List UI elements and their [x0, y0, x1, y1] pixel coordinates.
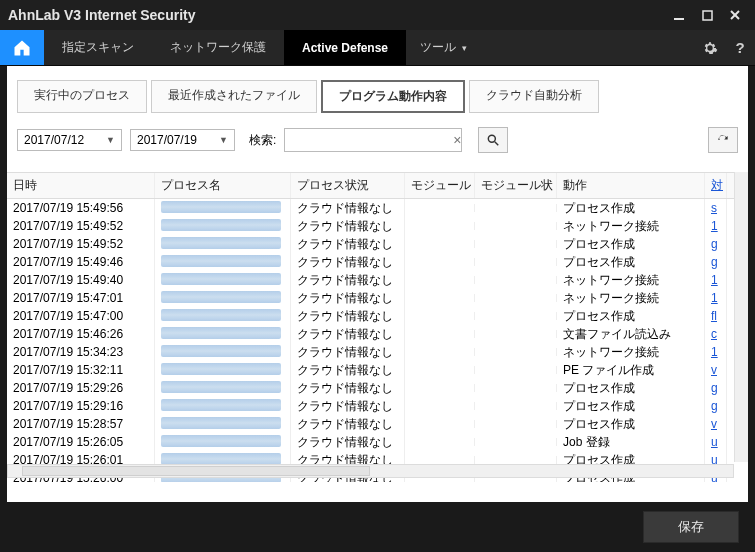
help-button[interactable]: ? — [725, 30, 755, 65]
vertical-scrollbar[interactable] — [734, 172, 748, 462]
cell-module — [405, 312, 475, 320]
cell-module-status — [475, 438, 557, 446]
subtab-cloud-auto[interactable]: クラウド自動分析 — [469, 80, 599, 113]
cell-module-status — [475, 258, 557, 266]
cell-module-status — [475, 348, 557, 356]
redacted-text — [161, 381, 281, 393]
nav-tab-tools[interactable]: ツール ▾ — [406, 30, 481, 65]
content-area: 実行中のプロセス 最近作成されたファイル プログラム動作内容 クラウド自動分析 … — [7, 66, 748, 502]
main-navbar: 指定スキャン ネットワーク保護 Active Defense ツール ▾ ? — [0, 30, 755, 66]
minimize-button[interactable] — [671, 7, 687, 23]
nav-tab-active-defense[interactable]: Active Defense — [284, 30, 406, 65]
close-button[interactable] — [727, 7, 743, 23]
redacted-text — [161, 345, 281, 357]
th-process-status[interactable]: プロセス状況 — [291, 173, 405, 198]
subtab-row: 実行中のプロセス 最近作成されたファイル プログラム動作内容 クラウド自動分析 — [7, 66, 748, 113]
table-header: 日時 プロセス名 プロセス状況 モジュール モジュール状 動作 対 — [7, 172, 748, 199]
cell-module — [405, 402, 475, 410]
cell-module — [405, 276, 475, 284]
redacted-text — [161, 291, 281, 303]
redacted-text — [161, 273, 281, 285]
redacted-text — [161, 453, 281, 465]
refresh-icon — [716, 133, 730, 147]
cell-module — [405, 204, 475, 212]
cell-module-status — [475, 366, 557, 374]
cell-module-status — [475, 456, 557, 464]
clear-search-button[interactable]: × — [450, 132, 464, 148]
date-to-select[interactable]: 2017/07/19 ▼ — [130, 129, 235, 151]
table-body: 2017/07/19 15:49:56クラウド情報なしプロセス作成s2017/0… — [7, 199, 748, 482]
redacted-text — [161, 201, 281, 213]
redacted-text — [161, 363, 281, 375]
refresh-button[interactable] — [708, 127, 738, 153]
th-module-status[interactable]: モジュール状 — [475, 173, 557, 198]
cell-module-status — [475, 420, 557, 428]
cell-module — [405, 366, 475, 374]
cell-module-status — [475, 204, 557, 212]
cell-module — [405, 294, 475, 302]
home-button[interactable] — [0, 30, 44, 65]
cell-module — [405, 348, 475, 356]
footer-bar: 保存 — [0, 502, 755, 552]
cell-module-status — [475, 276, 557, 284]
search-label: 検索: — [249, 132, 276, 149]
cell-module-status — [475, 294, 557, 302]
cell-module — [405, 438, 475, 446]
search-button[interactable] — [478, 127, 508, 153]
date-to-value: 2017/07/19 — [137, 133, 197, 147]
redacted-text — [161, 327, 281, 339]
svg-point-4 — [489, 135, 496, 142]
cell-module — [405, 330, 475, 338]
date-from-value: 2017/07/12 — [24, 133, 84, 147]
chevron-down-icon: ▾ — [462, 43, 467, 53]
th-process-name[interactable]: プロセス名 — [155, 173, 291, 198]
redacted-text — [161, 399, 281, 411]
titlebar: AhnLab V3 Internet Security — [0, 0, 755, 30]
redacted-text — [161, 255, 281, 267]
redacted-text — [161, 417, 281, 429]
svg-rect-1 — [703, 11, 712, 20]
th-module[interactable]: モジュール — [405, 173, 475, 198]
scrollbar-thumb[interactable] — [22, 466, 370, 476]
save-button[interactable]: 保存 — [643, 511, 739, 543]
cell-module — [405, 384, 475, 392]
date-from-select[interactable]: 2017/07/12 ▼ — [17, 129, 122, 151]
cell-module — [405, 420, 475, 428]
cell-module-status — [475, 330, 557, 338]
svg-line-5 — [495, 142, 499, 146]
th-extra[interactable]: 対 — [705, 173, 727, 198]
redacted-text — [161, 219, 281, 231]
cell-module-status — [475, 240, 557, 248]
cell-module — [405, 456, 475, 464]
cell-module-status — [475, 384, 557, 392]
nav-tab-network[interactable]: ネットワーク保護 — [152, 30, 284, 65]
cell-module — [405, 240, 475, 248]
subtab-recent-files[interactable]: 最近作成されたファイル — [151, 80, 317, 113]
search-icon — [486, 133, 500, 147]
app-title: AhnLab V3 Internet Security — [8, 7, 671, 23]
redacted-text — [161, 237, 281, 249]
redacted-text — [161, 309, 281, 321]
maximize-button[interactable] — [699, 7, 715, 23]
cell-module — [405, 258, 475, 266]
filter-toolbar: 2017/07/12 ▼ 2017/07/19 ▼ 検索: × — [7, 113, 748, 163]
subtab-running-processes[interactable]: 実行中のプロセス — [17, 80, 147, 113]
horizontal-scrollbar[interactable] — [7, 464, 734, 478]
help-icon: ? — [735, 39, 744, 56]
chevron-down-icon: ▼ — [106, 135, 115, 145]
nav-tab-scan[interactable]: 指定スキャン — [44, 30, 152, 65]
chevron-down-icon: ▼ — [219, 135, 228, 145]
cell-module-status — [475, 402, 557, 410]
settings-button[interactable] — [695, 30, 725, 65]
subtab-program-activity[interactable]: プログラム動作内容 — [321, 80, 465, 113]
cell-module-status — [475, 312, 557, 320]
cell-module — [405, 222, 475, 230]
home-icon — [12, 38, 32, 58]
gear-icon — [702, 40, 718, 56]
redacted-text — [161, 435, 281, 447]
search-input[interactable] — [284, 128, 462, 152]
th-action[interactable]: 動作 — [557, 173, 705, 198]
th-datetime[interactable]: 日時 — [7, 173, 155, 198]
nav-tools-label: ツール — [420, 39, 456, 56]
activity-table: 日時 プロセス名 プロセス状況 モジュール モジュール状 動作 対 2017/0… — [7, 172, 748, 482]
